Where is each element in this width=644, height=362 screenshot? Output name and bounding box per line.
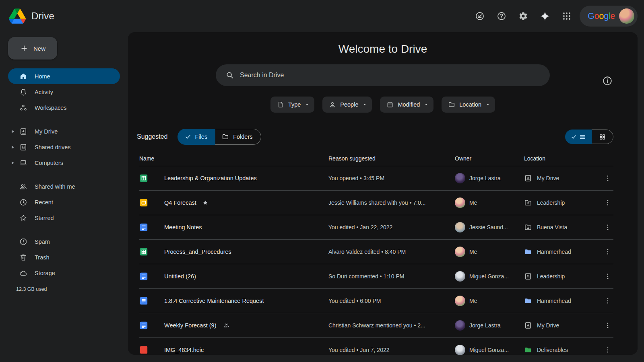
grid-view-button[interactable] [592, 130, 613, 144]
more-options-icon[interactable] [602, 248, 613, 255]
account-avatar[interactable] [619, 8, 634, 24]
table-row[interactable]: IMG_4834.heic You edited • Jun 7, 2022 M… [139, 337, 613, 355]
sidebar-item-workspaces[interactable]: Workspaces [8, 100, 120, 115]
sidebar-item-storage[interactable]: Storage [8, 265, 120, 281]
sidebar-item-shared-with-me[interactable]: Shared with me [8, 179, 120, 194]
column-header-location[interactable]: Location [524, 155, 602, 162]
sidebar-item-recent[interactable]: Recent [8, 194, 120, 210]
drive-logo-icon [9, 8, 26, 24]
help-icon[interactable] [493, 7, 510, 25]
file-location[interactable]: Hammerhead [524, 297, 602, 305]
my-drive-icon [524, 174, 532, 182]
reason-suggested: You edited • Jan 22, 2022 [328, 224, 455, 230]
file-location[interactable]: Buena Vista [524, 223, 602, 231]
owner-name: Miguel Gonza... [469, 273, 509, 280]
owner-avatar [455, 320, 465, 331]
folder-icon [524, 346, 532, 354]
owner-avatar [455, 222, 465, 232]
file-location[interactable]: My Drive [524, 174, 602, 182]
drive-brand[interactable]: Drive [0, 8, 54, 24]
filter-people-chip[interactable]: People [322, 97, 372, 113]
sidebar-item-shared-drives[interactable]: Shared drives [8, 139, 120, 155]
my-drive-icon [524, 321, 532, 329]
clock-icon [19, 198, 27, 206]
file-name: 1.8.4 Corrective Maintenance Request [164, 298, 328, 304]
more-options-icon[interactable] [602, 297, 613, 304]
table-row[interactable]: Process_and_Procedures Alvaro Valdez edi… [139, 239, 613, 264]
filter-chips: Type People Modified [128, 97, 638, 113]
folder-icon [222, 133, 229, 140]
more-options-icon[interactable] [602, 224, 613, 231]
file-icon [277, 101, 284, 108]
sheets-file-icon [139, 247, 164, 256]
google-account-pill[interactable]: Google [580, 6, 638, 27]
expand-caret-icon[interactable] [11, 130, 14, 134]
more-options-icon[interactable] [602, 199, 613, 206]
table-row[interactable]: Q4 Forecast Jessie Williams shared with … [139, 190, 613, 215]
search-input[interactable] [240, 72, 546, 79]
file-name: IMG_4834.heic [164, 347, 328, 353]
reason-suggested: So Duri commented • 1:10 PM [328, 273, 455, 280]
table-row[interactable]: Leadership & Organization Updates You op… [139, 166, 613, 190]
sidebar-item-my-drive[interactable]: My Drive [8, 123, 120, 139]
files-toggle-button[interactable]: Files [178, 129, 216, 145]
file-location[interactable]: Leadership [524, 272, 602, 280]
files-folders-toggle: Files Folders [178, 129, 261, 145]
bell-icon [19, 88, 27, 96]
file-location[interactable]: My Drive [524, 321, 602, 329]
search-bar[interactable] [216, 64, 550, 86]
owner-name: Me [469, 249, 477, 255]
more-options-icon[interactable] [602, 273, 613, 280]
sidebar-item-activity[interactable]: Activity [8, 84, 120, 100]
search-icon [225, 71, 234, 80]
column-header-reason[interactable]: Reason suggested [328, 155, 455, 162]
more-options-icon[interactable] [602, 346, 613, 354]
table-row[interactable]: Weekly Forecast (9) Christian Schwarz me… [139, 313, 613, 337]
sidebar-item-spam[interactable]: Spam [8, 234, 120, 249]
owner-avatar [455, 296, 465, 306]
more-options-icon[interactable] [602, 175, 613, 182]
file-location[interactable]: Leadership [524, 199, 602, 207]
reason-suggested: Christian Schwarz mentioned you • 2... [328, 322, 455, 329]
sidebar-item-starred[interactable]: Starred [8, 210, 120, 226]
filter-modified-chip[interactable]: Modified [380, 97, 433, 113]
file-name: Untitled (26) [164, 273, 328, 280]
table-row[interactable]: Untitled (26) So Duri commented • 1:10 P… [139, 264, 613, 288]
column-header-name[interactable]: Name [139, 155, 328, 162]
sidebar-item-computers[interactable]: Computers [8, 155, 120, 171]
reason-suggested: You edited • 6:00 PM [328, 298, 455, 304]
column-header-owner[interactable]: Owner [455, 155, 524, 162]
new-button[interactable]: New [8, 37, 57, 60]
file-location[interactable]: Deliverables [524, 346, 602, 354]
apps-grid-icon[interactable] [558, 7, 576, 25]
folders-toggle-button[interactable]: Folders [215, 129, 261, 145]
settings-gear-icon[interactable] [514, 7, 532, 25]
file-location[interactable]: Hammerhead [524, 248, 602, 256]
more-options-icon[interactable] [602, 322, 613, 329]
list-view-button[interactable] [565, 130, 592, 144]
chevron-down-icon [362, 102, 367, 107]
top-bar: Drive [0, 0, 644, 32]
filter-type-chip[interactable]: Type [270, 97, 314, 113]
expand-caret-icon[interactable] [11, 145, 14, 149]
info-icon[interactable] [602, 76, 613, 87]
file-name: Weekly Forecast (9) [164, 322, 216, 329]
file-name: Leadership & Organization Updates [164, 175, 328, 181]
sidebar-item-home[interactable]: Home [8, 68, 120, 84]
filter-location-chip[interactable]: Location [442, 97, 495, 113]
chevron-down-icon [424, 102, 429, 107]
gemini-spark-icon[interactable] [536, 7, 554, 25]
owner-name: Jorge Lastra [469, 322, 501, 329]
offline-status-icon[interactable] [471, 7, 489, 25]
table-row[interactable]: Meeting Notes You edited • Jan 22, 2022 … [139, 215, 613, 239]
owner-name: Miguel Gonza... [469, 347, 509, 353]
spam-icon [19, 238, 27, 246]
shared-drive-icon [524, 272, 532, 280]
expand-caret-icon[interactable] [11, 161, 14, 165]
owner-name: Jorge Lastra [469, 175, 501, 181]
starred-icon [202, 200, 208, 206]
table-row[interactable]: 1.8.4 Corrective Maintenance Request You… [139, 288, 613, 313]
star-icon [19, 214, 27, 222]
sidebar-item-trash[interactable]: Trash [8, 249, 120, 265]
reason-suggested: Alvaro Valdez edited • 8:40 PM [328, 249, 455, 255]
